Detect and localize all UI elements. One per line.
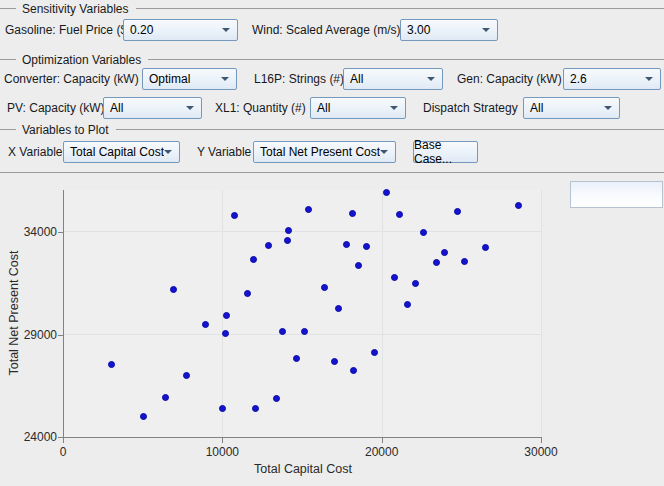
data-point[interactable] [350, 367, 357, 374]
gridline [382, 190, 383, 437]
l16p-strings-select[interactable]: All [343, 68, 443, 90]
data-point[interactable] [252, 405, 259, 412]
converter-capacity-label: Converter: Capacity (kW) [4, 72, 139, 86]
l16p-strings-label: L16P: Strings (#) [254, 72, 344, 86]
data-point[interactable] [396, 211, 403, 218]
gridline [64, 231, 542, 232]
group-line [0, 8, 16, 9]
chevron-down-icon [221, 77, 229, 81]
xl1-quantity-label: XL1: Quantity (#) [215, 101, 306, 115]
data-point[interactable] [244, 290, 251, 297]
group-sensitivity-variables: Sensitivity Variables [0, 2, 664, 15]
y-variable-label: Y Variable [197, 145, 251, 159]
data-point[interactable] [371, 349, 378, 356]
data-point[interactable] [331, 358, 338, 365]
data-point[interactable] [321, 284, 328, 291]
chevron-down-icon [164, 150, 172, 154]
chevron-down-icon [482, 28, 490, 32]
data-point[interactable] [202, 321, 209, 328]
chart-overlay-box[interactable] [570, 181, 663, 208]
chevron-down-icon [222, 28, 230, 32]
combo-value: 3.00 [401, 23, 482, 37]
group-optimization-variables: Optimization Variables [0, 53, 664, 66]
y-axis-title: Total Net Present Cost [7, 233, 21, 393]
chevron-down-icon [427, 77, 435, 81]
data-point[interactable] [441, 249, 448, 256]
group-variables-to-plot: Variables to Plot [0, 123, 664, 136]
wind-scaled-average-select[interactable]: 3.00 [400, 19, 498, 41]
group-line [136, 8, 664, 9]
y-tick-mark [58, 437, 63, 438]
dispatch-strategy-select[interactable]: All [523, 97, 620, 119]
x-tick-mark [382, 438, 383, 443]
data-point[interactable] [293, 355, 300, 362]
combo-value: Optimal [143, 72, 221, 86]
x-tick-label: 0 [33, 445, 93, 459]
data-point[interactable] [219, 405, 226, 412]
data-point[interactable] [383, 189, 390, 196]
pv-capacity-select[interactable]: All [103, 97, 202, 119]
y-tick-mark [58, 232, 63, 233]
x-variable-label: X Variable [8, 145, 62, 159]
data-point[interactable] [279, 328, 286, 335]
converter-capacity-select[interactable]: Optimal [142, 68, 237, 90]
data-point[interactable] [391, 274, 398, 281]
data-point[interactable] [433, 259, 440, 266]
combo-value: 2.6 [564, 72, 645, 86]
data-point[interactable] [108, 361, 115, 368]
data-point[interactable] [412, 280, 419, 287]
data-point[interactable] [285, 227, 292, 234]
x-variable-select[interactable]: Total Capital Cost [63, 141, 180, 163]
combo-value: Total Net Present Cost [254, 145, 380, 159]
pv-capacity-label: PV: Capacity (kW) [7, 101, 105, 115]
data-point[interactable] [515, 202, 522, 209]
data-point[interactable] [349, 210, 356, 217]
dispatch-strategy-label: Dispatch Strategy [423, 101, 518, 115]
data-point[interactable] [355, 262, 362, 269]
group-title: Optimization Variables [22, 53, 141, 67]
data-point[interactable] [231, 212, 238, 219]
group-line [0, 59, 16, 60]
combo-value: All [344, 72, 427, 86]
data-point[interactable] [284, 237, 291, 244]
data-point[interactable] [420, 229, 427, 236]
data-point[interactable] [301, 328, 308, 335]
data-point[interactable] [183, 372, 190, 379]
data-point[interactable] [404, 301, 411, 308]
data-point[interactable] [335, 305, 342, 312]
x-tick-label: 10000 [192, 445, 252, 459]
data-point[interactable] [454, 208, 461, 215]
y-tick-label: 34000 [15, 225, 57, 239]
chevron-down-icon [645, 77, 653, 81]
data-point[interactable] [305, 206, 312, 213]
data-point[interactable] [222, 330, 229, 337]
y-variable-select[interactable]: Total Net Present Cost [253, 141, 396, 163]
gen-capacity-select[interactable]: 2.6 [563, 68, 661, 90]
x-tick-mark [63, 438, 64, 443]
group-line [116, 129, 664, 130]
combo-value: All [311, 101, 390, 115]
wind-scaled-average-label: Wind: Scaled Average (m/s) [252, 23, 401, 37]
x-axis-title: Total Capital Cost [183, 462, 423, 476]
chevron-down-icon [604, 106, 612, 110]
data-point[interactable] [140, 413, 147, 420]
data-point[interactable] [223, 312, 230, 319]
y-tick-label: 24000 [15, 430, 57, 444]
combo-value: All [104, 101, 186, 115]
data-point[interactable] [250, 256, 257, 263]
xl1-quantity-select[interactable]: All [310, 97, 406, 119]
data-point[interactable] [461, 258, 468, 265]
gasoline-fuel-price-select[interactable]: 0.20 [123, 19, 238, 41]
data-point[interactable] [162, 394, 169, 401]
data-point[interactable] [170, 286, 177, 293]
data-point[interactable] [343, 241, 350, 248]
data-point[interactable] [482, 244, 489, 251]
base-case-button[interactable]: Base Case... [413, 141, 478, 163]
data-point[interactable] [265, 242, 272, 249]
plot-area [63, 190, 542, 438]
combo-value: All [524, 101, 604, 115]
group-line [148, 59, 664, 60]
data-point[interactable] [273, 395, 280, 402]
gasoline-fuel-price-label: Gasoline: Fuel Price ($/L) [5, 23, 141, 37]
data-point[interactable] [363, 243, 370, 250]
